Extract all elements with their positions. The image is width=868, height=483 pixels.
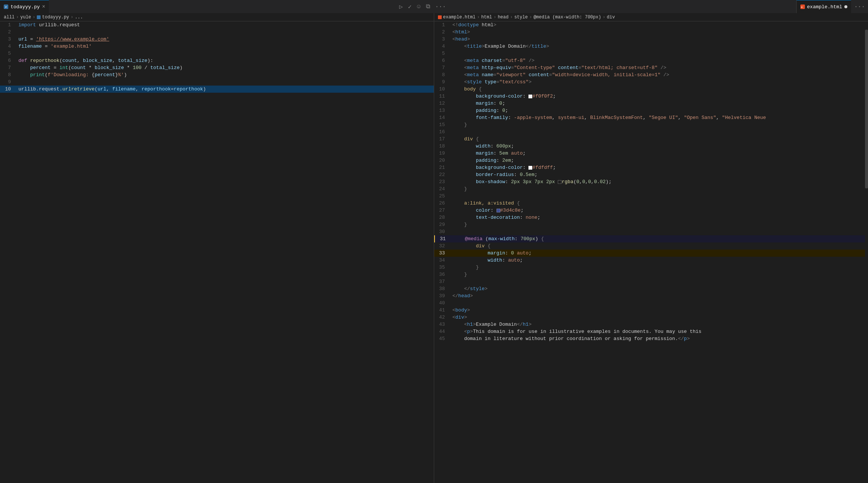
right-breadcrumb: example.html › html › head › style › @me…	[434, 13, 868, 21]
tab-modified-indicator	[844, 5, 847, 8]
line-number: 16	[434, 128, 451, 135]
line-content: <style type="text/css">	[451, 78, 865, 86]
line-content: def reporthook(count, block_size, total_…	[17, 57, 434, 64]
breadcrumb-head[interactable]: head	[498, 15, 509, 20]
code-line: 19 margin: 5em auto;	[434, 150, 865, 157]
line-content: filename = 'example.html'	[17, 43, 434, 50]
code-line: 1 <!doctype html>	[434, 21, 865, 29]
svg-text:H: H	[801, 6, 803, 8]
code-line: 8 <meta name="viewport" content="width=d…	[434, 71, 865, 78]
line-number: 3	[434, 36, 451, 43]
line-content: padding: 0;	[451, 107, 865, 114]
breadcrumb-sep: ›	[477, 15, 480, 20]
breadcrumb-media[interactable]: @media (max-width: 700px)	[533, 15, 601, 20]
code-line: 34 width: auto;	[434, 257, 865, 264]
right-code-editor[interactable]: 1 <!doctype html> 2 <html> 3 <head> 4 <t…	[434, 21, 868, 483]
line-content: domain in literature without prior coord…	[451, 335, 865, 342]
more-tabs-icon[interactable]: ···	[854, 3, 865, 10]
breadcrumb-sep: ›	[71, 15, 73, 20]
code-line: 39 </head>	[434, 292, 865, 299]
line-number: 8	[0, 71, 17, 78]
line-number: 19	[434, 150, 451, 157]
line-content: box-shadow: 2px 3px 7px 2px rgba(0,0,0,0…	[451, 178, 865, 185]
line-number: 25	[434, 193, 451, 200]
line-number: 6	[0, 57, 17, 64]
scrollbar-thumb[interactable]	[865, 30, 868, 188]
breadcrumb-style[interactable]: style	[514, 15, 528, 20]
line-number: 27	[434, 207, 451, 214]
breadcrumb-sep: ›	[494, 15, 496, 20]
code-line: 5	[0, 50, 434, 57]
tab-label: example.html	[807, 4, 842, 10]
line-content	[17, 29, 434, 36]
line-number: 33	[434, 250, 451, 257]
code-line: 26 a:link, a:visited {	[434, 200, 865, 207]
line-content: div {	[451, 242, 865, 250]
breadcrumb-html[interactable]: html	[481, 15, 492, 20]
code-line: 38 </style>	[434, 285, 865, 292]
code-line: 7 <meta http-equiv="Content-type" conten…	[434, 64, 865, 71]
left-breadcrumb: alll › yule › todayyy.py › ...	[0, 13, 434, 21]
line-content	[451, 50, 865, 57]
line-content: }	[451, 271, 865, 278]
line-number: 36	[434, 271, 451, 278]
line-content: <meta name="viewport" content="width=dev…	[451, 71, 865, 78]
line-number: 2	[434, 29, 451, 36]
more-actions-icon[interactable]: ···	[435, 3, 446, 10]
line-content: }	[451, 185, 865, 193]
line-number: 6	[434, 57, 451, 64]
code-line: 28 text-decoration: none;	[434, 214, 865, 221]
breadcrumb-sep: ›	[33, 15, 35, 20]
line-number: 41	[434, 307, 451, 314]
breadcrumb-example-html[interactable]: example.html	[443, 15, 476, 20]
tab-example-html[interactable]: H example.html	[797, 0, 851, 13]
editor-actions: ▷ ✓ ☺ ⧉ ···	[49, 0, 796, 13]
line-content: background-color: #fdfdff;	[451, 164, 865, 171]
code-line: 16	[434, 128, 865, 135]
left-code-editor[interactable]: 1 import urllib.request 2 3 url = 'https…	[0, 21, 434, 483]
code-line: 42 <div>	[434, 314, 865, 321]
code-line: 43 <h1>Example Domain</h1>	[434, 321, 865, 328]
line-number: 45	[434, 335, 451, 342]
vertical-scrollbar[interactable]	[865, 30, 868, 483]
line-number: 4	[0, 43, 17, 50]
code-line: 18 width: 600px;	[434, 143, 865, 150]
line-content: }	[451, 121, 865, 128]
line-number: 37	[434, 278, 451, 285]
run-icon[interactable]: ▷	[399, 3, 403, 11]
line-content: <meta charset="utf-8" />	[451, 57, 865, 64]
line-content: <title>Example Domain</title>	[451, 43, 865, 50]
breadcrumb-yule[interactable]: yule	[20, 15, 31, 20]
line-content: background-color: #f0f0f2;	[451, 93, 865, 100]
breadcrumb-sep: ›	[510, 15, 513, 20]
line-number: 17	[434, 135, 451, 143]
line-number: 5	[0, 50, 17, 57]
breadcrumb-sep: ›	[529, 15, 532, 20]
line-content: percent = int(count * block_size * 100 /…	[17, 64, 434, 71]
breadcrumb-todayyy[interactable]: todayyy.py	[42, 15, 69, 20]
line-number: 10	[434, 86, 451, 93]
line-number: 44	[434, 328, 451, 335]
line-content: font-family: -apple-system, system-ui, B…	[451, 114, 865, 121]
smiley-icon[interactable]: ☺	[417, 3, 421, 10]
code-line: 44 <p>This domain is for use in illustra…	[434, 328, 865, 335]
breadcrumb-div[interactable]: div	[607, 15, 615, 20]
code-line: 41 <body>	[434, 307, 865, 314]
split-editor-icon[interactable]: ⧉	[426, 3, 430, 10]
line-number: 9	[434, 78, 451, 86]
line-content: <head>	[451, 36, 865, 43]
code-line: 45 domain in literature without prior co…	[434, 335, 865, 342]
line-number: 1	[434, 21, 451, 29]
tab-close-button[interactable]: ×	[42, 4, 45, 9]
line-content: <h1>Example Domain</h1>	[451, 321, 865, 328]
breadcrumb-html-icon	[438, 15, 442, 19]
breadcrumb-ellipsis[interactable]: ...	[75, 15, 83, 20]
code-line: 11 background-color: #f0f0f2;	[434, 93, 865, 100]
line-content	[451, 193, 865, 200]
line-number: 42	[434, 314, 451, 321]
line-number: 1	[0, 21, 17, 29]
tab-todayyy-py[interactable]: P todayyy.py ×	[0, 0, 49, 13]
line-content	[451, 299, 865, 307]
check-icon[interactable]: ✓	[408, 3, 412, 11]
breadcrumb-alll[interactable]: alll	[4, 15, 15, 20]
